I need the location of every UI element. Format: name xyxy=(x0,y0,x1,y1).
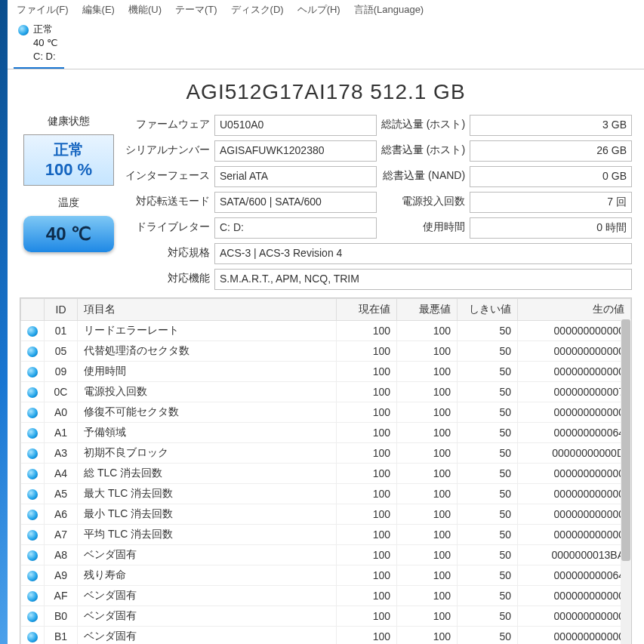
table-row[interactable]: A0修復不可能セクタ数10010050000000000000 xyxy=(21,402,631,422)
table-row[interactable]: B0ベンダ固有10010050000000000000 xyxy=(21,605,631,626)
menu-edit[interactable]: 編集(E) xyxy=(82,3,115,17)
row-name: 残り寿命 xyxy=(78,565,337,585)
row-id: 05 xyxy=(45,340,78,361)
row-raw: 000000000064 xyxy=(518,422,631,442)
row-worst: 100 xyxy=(397,442,458,463)
row-worst: 100 xyxy=(397,320,458,340)
col-raw[interactable]: 生の値 xyxy=(518,298,631,320)
smart-table: ID 項目名 現在値 最悪値 しきい値 生の値 01リードエラーレート10010… xyxy=(20,298,631,644)
menu-help[interactable]: ヘルプ(H) xyxy=(297,3,340,17)
menu-function[interactable]: 機能(U) xyxy=(128,3,162,17)
table-row[interactable]: AFベンダ固有10010050000000000000 xyxy=(21,585,631,605)
row-status-icon xyxy=(21,585,45,605)
hostread-value[interactable]: 3 GB xyxy=(470,115,632,136)
disk-tab[interactable]: 正常 40 ℃ C: D: xyxy=(14,21,64,69)
table-row[interactable]: 09使用時間10010050000000000000 xyxy=(21,361,631,381)
row-worst: 100 xyxy=(397,524,458,544)
row-status-icon xyxy=(21,483,45,504)
row-raw: 000000000000 xyxy=(518,320,631,340)
row-id: A6 xyxy=(45,504,78,524)
feature-value[interactable]: S.M.A.R.T., APM, NCQ, TRIM xyxy=(214,269,632,290)
col-threshold[interactable]: しきい値 xyxy=(458,298,518,320)
row-current: 100 xyxy=(337,320,397,340)
row-name: 最小 TLC 消去回数 xyxy=(78,504,337,524)
table-row[interactable]: A6最小 TLC 消去回数10010050000000000000 xyxy=(21,504,631,524)
table-row[interactable]: A7平均 TLC 消去回数10010050000000000000 xyxy=(21,524,631,544)
row-current: 100 xyxy=(337,340,397,361)
row-id: A0 xyxy=(45,402,78,422)
hostwrite-label: 総書込量 (ホスト) xyxy=(381,140,465,162)
standard-value[interactable]: ACS-3 | ACS-3 Revision 4 xyxy=(214,243,632,264)
tab-temp: 40 ℃ xyxy=(33,36,58,50)
drive-value[interactable]: C: D: xyxy=(214,217,377,239)
table-row[interactable]: A1予備領域10010050000000000064 xyxy=(21,422,631,442)
row-status-icon xyxy=(21,422,45,442)
menu-file[interactable]: ファイル(F) xyxy=(17,3,69,17)
row-status-icon xyxy=(21,381,45,402)
row-threshold: 50 xyxy=(458,544,518,565)
row-raw: 000000000000 xyxy=(518,340,631,361)
health-status: 正常 xyxy=(54,140,84,160)
menu-theme[interactable]: テーマ(T) xyxy=(175,3,217,17)
row-current: 100 xyxy=(337,442,397,463)
hours-value[interactable]: 0 時間 xyxy=(470,217,632,239)
row-current: 100 xyxy=(337,504,397,524)
row-threshold: 50 xyxy=(458,422,518,442)
serial-value[interactable]: AGISAFUWK1202380 xyxy=(214,140,377,162)
row-raw: 000000000000 xyxy=(518,402,631,422)
col-worst[interactable]: 最悪値 xyxy=(397,298,458,320)
table-row[interactable]: A4総 TLC 消去回数10010050000000000000 xyxy=(21,463,631,483)
temp-value: 40 ℃ xyxy=(46,223,91,245)
menu-disk[interactable]: ディスク(D) xyxy=(231,3,284,17)
table-row[interactable]: 0C電源投入回数10010050000000000007 xyxy=(21,381,631,402)
row-current: 100 xyxy=(337,402,397,422)
row-threshold: 50 xyxy=(458,565,518,585)
health-box[interactable]: 正常 100 % xyxy=(23,134,114,186)
row-raw: 000000000000 xyxy=(518,585,631,605)
row-worst: 100 xyxy=(397,340,458,361)
table-row[interactable]: A5最大 TLC 消去回数10010050000000000000 xyxy=(21,483,631,504)
main-panel: AGI512G17AI178 512.1 GB 健康状態 正常 100 % 温度… xyxy=(8,69,644,644)
row-status-icon xyxy=(21,626,45,644)
table-row[interactable]: A8ベンダ固有100100500000000013BA xyxy=(21,544,631,565)
table-row[interactable]: 05代替処理済のセクタ数10010050000000000000 xyxy=(21,340,631,361)
disk-tab-text: 正常 40 ℃ C: D: xyxy=(33,23,58,64)
table-row[interactable]: B1ベンダ固有10010050000000000000 xyxy=(21,626,631,644)
col-status[interactable] xyxy=(21,298,45,320)
row-raw: 000000000000 xyxy=(518,524,631,544)
row-id: 09 xyxy=(45,361,78,381)
row-name: 電源投入回数 xyxy=(78,381,337,402)
row-id: A4 xyxy=(45,463,78,483)
row-current: 100 xyxy=(337,544,397,565)
interface-value[interactable]: Serial ATA xyxy=(214,166,377,187)
row-current: 100 xyxy=(337,463,397,483)
scrollbar-thumb[interactable] xyxy=(621,319,630,561)
transfer-label: 対応転送モード xyxy=(125,192,210,213)
row-id: A3 xyxy=(45,442,78,463)
temp-box[interactable]: 40 ℃ xyxy=(23,216,114,252)
row-raw: 000000000064 xyxy=(518,565,631,585)
health-percent: 100 % xyxy=(45,160,92,180)
row-name: ベンダ固有 xyxy=(78,544,337,565)
poweron-value[interactable]: 7 回 xyxy=(470,192,632,213)
nandwrite-value[interactable]: 0 GB xyxy=(470,166,632,187)
menu-language[interactable]: 言語(Language) xyxy=(354,3,424,17)
table-row[interactable]: A3初期不良ブロック1001005000000000000D xyxy=(21,442,631,463)
row-threshold: 50 xyxy=(458,524,518,544)
row-id: A9 xyxy=(45,565,78,585)
transfer-value[interactable]: SATA/600 | SATA/600 xyxy=(214,192,377,213)
col-name[interactable]: 項目名 xyxy=(78,298,337,320)
row-name: 代替処理済のセクタ数 xyxy=(78,340,337,361)
row-id: A7 xyxy=(45,524,78,544)
col-current[interactable]: 現在値 xyxy=(337,298,397,320)
firmware-value[interactable]: U0510A0 xyxy=(214,115,377,136)
table-scrollbar[interactable] xyxy=(621,319,631,644)
table-row[interactable]: 01リードエラーレート10010050000000000000 xyxy=(21,320,631,340)
row-worst: 100 xyxy=(397,626,458,644)
row-threshold: 50 xyxy=(458,381,518,402)
col-id[interactable]: ID xyxy=(45,298,78,320)
drive-label: ドライブレター xyxy=(125,217,210,239)
row-worst: 100 xyxy=(397,463,458,483)
hostwrite-value[interactable]: 26 GB xyxy=(470,140,632,162)
table-row[interactable]: A9残り寿命10010050000000000064 xyxy=(21,565,631,585)
